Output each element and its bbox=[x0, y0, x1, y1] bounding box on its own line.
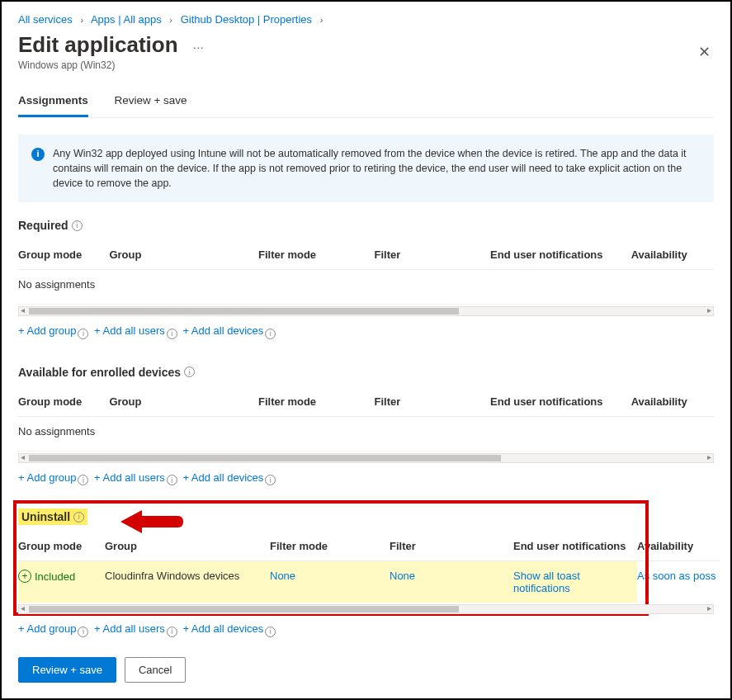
uninstall-table: Group mode Group Filter mode Filter End … bbox=[18, 532, 720, 603]
footer-actions: Review + save Cancel bbox=[18, 657, 714, 683]
add-all-devices-link[interactable]: + Add all devices bbox=[182, 471, 263, 484]
section-uninstall: Uninstall i Group mode Group Filter mode… bbox=[18, 505, 714, 637]
col-group-mode: Group mode bbox=[18, 240, 109, 270]
no-assignments-text: No assignments bbox=[18, 270, 714, 305]
section-uninstall-title: Uninstall bbox=[21, 510, 70, 523]
add-all-users-link[interactable]: + Add all users bbox=[94, 622, 165, 635]
info-tooltip-icon[interactable]: i bbox=[72, 220, 83, 231]
page-subtitle: Windows app (Win32) bbox=[18, 59, 205, 71]
info-tooltip-icon[interactable]: i bbox=[167, 329, 177, 339]
section-required: Required i Group mode Group Filter mode … bbox=[18, 214, 714, 339]
tab-review-save[interactable]: Review + save bbox=[114, 88, 187, 115]
close-icon[interactable]: ✕ bbox=[695, 40, 714, 64]
chevron-right-icon: › bbox=[164, 15, 177, 25]
group-mode-included[interactable]: + Included bbox=[18, 570, 75, 583]
table-row[interactable]: + Included Cloudinfra Windows devices No… bbox=[18, 561, 720, 603]
section-required-title: Required bbox=[18, 219, 68, 232]
review-save-button[interactable]: Review + save bbox=[18, 657, 116, 683]
breadcrumb-app-properties[interactable]: Github Desktop | Properties bbox=[181, 13, 312, 26]
cancel-button[interactable]: Cancel bbox=[125, 657, 186, 683]
group-mode-label: Included bbox=[35, 570, 75, 583]
breadcrumb-apps[interactable]: Apps | All apps bbox=[91, 13, 162, 26]
info-tooltip-icon[interactable]: i bbox=[265, 627, 276, 637]
col-availability: Availability bbox=[637, 532, 720, 561]
add-group-link[interactable]: + Add group bbox=[18, 324, 76, 337]
col-filter: Filter bbox=[375, 387, 491, 417]
col-filter-mode: Filter mode bbox=[258, 240, 375, 270]
group-name-cell: Cloudinfra Windows devices bbox=[105, 561, 270, 603]
required-table: Group mode Group Filter mode Filter End … bbox=[18, 240, 714, 305]
available-table: Group mode Group Filter mode Filter End … bbox=[18, 387, 714, 452]
col-availability: Availability bbox=[631, 240, 714, 270]
breadcrumb: All services › Apps | All apps › Github … bbox=[18, 10, 714, 32]
add-all-users-link[interactable]: + Add all users bbox=[94, 324, 165, 337]
col-filter-mode: Filter mode bbox=[270, 532, 390, 561]
page-title: Edit application bbox=[18, 32, 178, 58]
filter-cell[interactable]: None bbox=[390, 561, 513, 603]
col-filter: Filter bbox=[390, 532, 513, 561]
add-group-link[interactable]: + Add group bbox=[18, 622, 76, 635]
chevron-right-icon: › bbox=[315, 15, 328, 25]
col-filter-mode: Filter mode bbox=[258, 387, 375, 417]
info-banner: i Any Win32 app deployed using Intune wi… bbox=[18, 135, 714, 202]
availability-cell[interactable]: As soon as poss bbox=[637, 561, 720, 603]
info-tooltip-icon[interactable]: i bbox=[78, 329, 88, 339]
col-group: Group bbox=[109, 240, 258, 270]
add-all-devices-link[interactable]: + Add all devices bbox=[182, 324, 263, 337]
table-row: No assignments bbox=[18, 270, 714, 305]
chevron-right-icon: › bbox=[75, 15, 88, 25]
tab-assignments[interactable]: Assignments bbox=[18, 88, 88, 117]
info-tooltip-icon[interactable]: i bbox=[167, 475, 177, 485]
table-row: No assignments bbox=[18, 416, 714, 451]
col-availability: Availability bbox=[631, 387, 714, 417]
breadcrumb-all-services[interactable]: All services bbox=[18, 13, 73, 26]
plus-circle-icon: + bbox=[18, 570, 31, 583]
section-available: Available for enrolled devices i Group m… bbox=[18, 361, 714, 486]
horizontal-scrollbar[interactable] bbox=[18, 306, 714, 316]
info-banner-text: Any Win32 app deployed using Intune will… bbox=[53, 146, 701, 191]
col-group-mode: Group mode bbox=[18, 532, 105, 561]
info-tooltip-icon[interactable]: i bbox=[78, 475, 88, 485]
add-all-devices-link[interactable]: + Add all devices bbox=[182, 622, 263, 635]
info-icon: i bbox=[31, 148, 45, 161]
info-tooltip-icon[interactable]: i bbox=[265, 329, 276, 339]
notifications-cell[interactable]: Show all toast notifications bbox=[513, 561, 637, 603]
col-notifications: End user notifications bbox=[490, 240, 631, 270]
add-group-link[interactable]: + Add group bbox=[18, 471, 76, 484]
no-assignments-text: No assignments bbox=[18, 416, 714, 451]
col-group: Group bbox=[109, 387, 258, 417]
col-group: Group bbox=[105, 532, 270, 561]
info-tooltip-icon[interactable]: i bbox=[78, 627, 88, 637]
col-notifications: End user notifications bbox=[513, 532, 637, 561]
info-tooltip-icon[interactable]: i bbox=[184, 367, 195, 377]
col-group-mode: Group mode bbox=[18, 387, 109, 417]
col-filter: Filter bbox=[375, 240, 491, 270]
horizontal-scrollbar[interactable] bbox=[18, 604, 714, 614]
section-available-title: Available for enrolled devices bbox=[18, 366, 181, 379]
add-all-users-link[interactable]: + Add all users bbox=[94, 471, 165, 484]
horizontal-scrollbar[interactable] bbox=[18, 453, 714, 463]
info-tooltip-icon[interactable]: i bbox=[73, 512, 84, 523]
tab-bar: Assignments Review + save bbox=[18, 88, 714, 118]
more-actions-icon[interactable]: … bbox=[181, 38, 205, 51]
info-tooltip-icon[interactable]: i bbox=[265, 475, 276, 485]
col-notifications: End user notifications bbox=[490, 387, 631, 417]
info-tooltip-icon[interactable]: i bbox=[167, 627, 177, 637]
filter-mode-cell[interactable]: None bbox=[270, 561, 390, 603]
